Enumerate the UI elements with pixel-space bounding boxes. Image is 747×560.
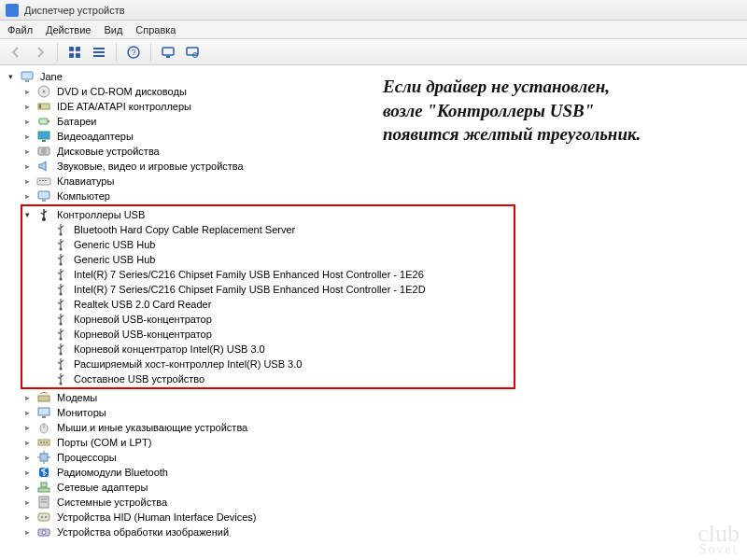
- forward-button[interactable]: [30, 42, 50, 63]
- tree-node-label: Intel(R) 7 Series/C216 Chipset Family US…: [72, 267, 426, 282]
- tree-node[interactable]: ▸Корневой USB-концентратор: [39, 312, 514, 327]
- svg-rect-9: [162, 48, 174, 55]
- usb-device-icon: [53, 312, 68, 327]
- menu-help[interactable]: Справка: [135, 24, 176, 35]
- expand-arrow-icon[interactable]: ▸: [22, 176, 33, 187]
- svg-point-39: [59, 337, 62, 340]
- collapse-arrow-icon[interactable]: ▾: [22, 210, 33, 220]
- tree-node[interactable]: ▸Устройства HID (Human Interface Devices…: [22, 510, 747, 525]
- tree-node-label: Процессоры: [55, 450, 119, 465]
- svg-point-40: [59, 352, 62, 355]
- expand-arrow-icon[interactable]: ▸: [22, 483, 33, 493]
- svg-point-36: [59, 292, 62, 295]
- tree-node[interactable]: ▸Realtek USB 2.0 Card Reader: [39, 297, 514, 312]
- tree-node-label: Звуковые, видео и игровые устройства: [55, 159, 246, 174]
- svg-rect-44: [38, 408, 49, 415]
- expand-arrow-icon[interactable]: ▸: [22, 497, 33, 508]
- ide-icon: [36, 99, 51, 114]
- collapse-arrow-icon[interactable]: ▾: [6, 72, 16, 82]
- tree-node[interactable]: ▸Модемы: [22, 390, 747, 405]
- watermark-bottom: Sovet: [698, 544, 740, 554]
- tree-node[interactable]: ▸Мониторы: [22, 405, 747, 420]
- expand-arrow-icon[interactable]: ▸: [22, 117, 33, 127]
- expand-arrow-icon[interactable]: ▸: [22, 393, 33, 403]
- tree-node[interactable]: ▸Клавиатуры: [22, 174, 747, 189]
- tree-node[interactable]: ▸Корневой USB-концентратор: [39, 327, 514, 342]
- device-tree-panel[interactable]: ▾Jane▸DVD и CD-ROM дисководы▸IDE ATA/ATA…: [0, 65, 747, 560]
- tree-node-label: Jane: [38, 69, 64, 84]
- imaging-icon: [36, 525, 51, 539]
- back-button[interactable]: [6, 42, 26, 63]
- tree-node[interactable]: ▸Системные устройства: [22, 495, 747, 510]
- tree-node[interactable]: ▸Корневой концентратор Intel(R) USB 3.0: [39, 342, 514, 357]
- svg-rect-43: [38, 396, 49, 401]
- expand-arrow-icon[interactable]: ▸: [22, 453, 33, 463]
- tree-node[interactable]: ▸Intel(R) 7 Series/C216 Chipset Family U…: [39, 267, 514, 282]
- tree-node[interactable]: ▸Звуковые, видео и игровые устройства: [22, 159, 747, 174]
- expand-arrow-icon[interactable]: ▸: [22, 423, 33, 433]
- tree-node[interactable]: ▸Составное USB устройство: [39, 371, 514, 386]
- hdd-icon: [36, 144, 51, 159]
- svg-rect-3: [76, 53, 80, 58]
- svg-rect-61: [41, 498, 47, 500]
- monitor-search-icon: [186, 46, 199, 59]
- tree-node[interactable]: ▾Контроллеры USB: [22, 207, 514, 222]
- svg-text:?: ?: [131, 48, 135, 57]
- menu-file[interactable]: Файл: [7, 24, 33, 35]
- tree-node[interactable]: ▸Устройства обработки изображений: [22, 525, 747, 539]
- svg-rect-13: [21, 72, 33, 79]
- scan-button[interactable]: [158, 42, 178, 63]
- expand-arrow-icon[interactable]: ▸: [22, 147, 33, 157]
- tree-node[interactable]: ▸Intel(R) 7 Series/C216 Chipset Family U…: [39, 282, 514, 297]
- svg-rect-30: [42, 200, 46, 202]
- tree-node-label: Устройства обработки изображений: [55, 525, 231, 539]
- tree-node[interactable]: ▸Сетевые адаптеры: [22, 480, 747, 495]
- refresh-button[interactable]: [182, 42, 203, 63]
- svg-rect-18: [39, 105, 41, 108]
- arrow-right-icon: [34, 46, 47, 59]
- properties-button[interactable]: [89, 42, 109, 63]
- expand-arrow-icon[interactable]: ▸: [22, 512, 33, 523]
- tree-node-label: Realtek USB 2.0 Card Reader: [72, 297, 213, 312]
- tree-node[interactable]: ▸Радиомодули Bluetooth: [22, 465, 747, 480]
- tree-node[interactable]: ▸Компьютер: [22, 189, 747, 203]
- svg-point-41: [59, 367, 62, 370]
- expand-arrow-icon[interactable]: ▸: [22, 438, 33, 448]
- tree-node-label: DVD и CD-ROM дисководы: [55, 84, 189, 99]
- expand-arrow-icon[interactable]: ▸: [22, 527, 33, 538]
- svg-rect-52: [40, 454, 48, 461]
- tree-node-label: Корневой USB-концентратор: [72, 327, 214, 342]
- svg-rect-62: [41, 501, 47, 503]
- tree-node[interactable]: ▸Generic USB Hub: [39, 237, 514, 252]
- tree-node[interactable]: ▸Расширяемый хост-контроллер Intel(R) US…: [39, 357, 514, 371]
- port-icon: [36, 435, 51, 450]
- menu-view[interactable]: Вид: [104, 24, 122, 35]
- svg-point-37: [59, 307, 62, 310]
- toolbar: ?: [0, 39, 747, 65]
- usb-icon: [36, 207, 51, 222]
- tree-node[interactable]: ▸Generic USB Hub: [39, 252, 514, 267]
- tree-node[interactable]: ▸Bluetooth Hard Copy Cable Replacement S…: [39, 222, 514, 237]
- expand-arrow-icon[interactable]: ▸: [22, 408, 33, 418]
- tree-node[interactable]: ▸Порты (COM и LPT): [22, 435, 747, 450]
- show-hidden-button[interactable]: [64, 42, 85, 63]
- menu-action[interactable]: Действие: [46, 24, 91, 35]
- tree-node[interactable]: ▸Процессоры: [22, 450, 747, 465]
- expand-arrow-icon[interactable]: ▸: [22, 468, 33, 478]
- tree-node-label: Клавиатуры: [55, 174, 116, 189]
- usb-device-icon: [53, 357, 68, 371]
- help-button[interactable]: ?: [123, 42, 144, 63]
- expand-arrow-icon[interactable]: ▸: [22, 87, 33, 97]
- svg-point-16: [43, 91, 46, 93]
- usb-device-icon: [53, 327, 68, 342]
- monitor-icon: [36, 405, 51, 420]
- svg-point-51: [46, 441, 48, 443]
- svg-point-67: [42, 531, 46, 535]
- svg-point-50: [43, 441, 45, 443]
- expand-arrow-icon[interactable]: ▸: [22, 102, 33, 112]
- tree-node[interactable]: ▸Мыши и иные указывающие устройства: [22, 420, 747, 435]
- expand-arrow-icon[interactable]: ▸: [22, 132, 33, 142]
- expand-arrow-icon[interactable]: ▸: [22, 161, 33, 172]
- expand-arrow-icon[interactable]: ▸: [22, 191, 33, 202]
- tree-node-label: Порты (COM и LPT): [55, 435, 153, 450]
